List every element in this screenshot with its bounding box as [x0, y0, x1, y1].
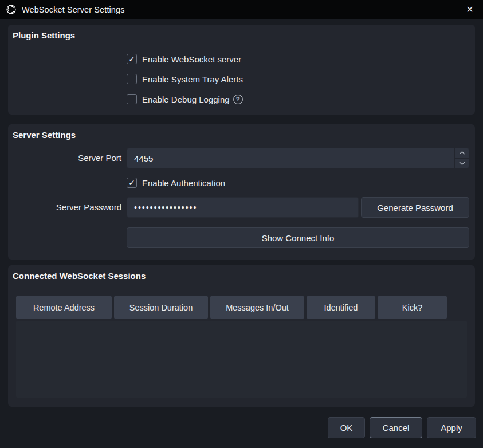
server-password-label: Server Password [8, 202, 121, 212]
enable-websocket-server-checkbox[interactable]: ✓ [127, 54, 137, 64]
enable-authentication-row: ✓ Enable Authentication [127, 176, 225, 190]
enable-system-tray-alerts-checkbox[interactable] [127, 74, 137, 84]
server-port-input[interactable] [127, 148, 469, 168]
plugin-settings-title: Plugin Settings [13, 30, 75, 40]
sessions-table-header: Remote Address Session Duration Messages… [16, 296, 447, 319]
enable-websocket-server-row: ✓ Enable WebSocket server [127, 52, 241, 66]
enable-authentication-checkbox[interactable]: ✓ [127, 178, 137, 188]
enable-debug-logging-row: Enable Debug Logging ? [127, 92, 243, 106]
connected-sessions-panel: Connected WebSocket Sessions Remote Addr… [8, 265, 475, 407]
websocket-settings-dialog: WebSocket Server Settings ✕ Plugin Setti… [0, 0, 483, 448]
chevron-down-icon[interactable] [455, 158, 469, 169]
ok-button[interactable]: OK [328, 417, 365, 438]
column-header-remote-address[interactable]: Remote Address [16, 296, 112, 319]
help-icon[interactable]: ? [233, 95, 243, 104]
port-spinner [454, 148, 469, 168]
titlebar: WebSocket Server Settings ✕ [0, 0, 483, 19]
connected-sessions-title: Connected WebSocket Sessions [13, 271, 146, 281]
enable-system-tray-alerts-label: Enable System Tray Alerts [142, 74, 243, 84]
server-settings-panel: Server Settings Server Port ✓ Enable Aut… [8, 124, 475, 260]
chevron-up-icon[interactable] [455, 148, 469, 158]
close-icon[interactable]: ✕ [460, 0, 480, 19]
apply-button[interactable]: Apply [427, 417, 476, 438]
enable-websocket-server-label: Enable WebSocket server [142, 54, 241, 64]
enable-authentication-label: Enable Authentication [142, 178, 225, 188]
column-header-session-duration[interactable]: Session Duration [114, 296, 208, 319]
plugin-settings-panel: Plugin Settings ✓ Enable WebSocket serve… [8, 25, 475, 115]
enable-system-tray-alerts-row: Enable System Tray Alerts [127, 72, 243, 86]
enable-debug-logging-checkbox[interactable] [127, 94, 137, 104]
obs-logo-icon [6, 4, 17, 15]
column-header-kick[interactable]: Kick? [378, 296, 447, 319]
column-header-identified[interactable]: Identified [307, 296, 375, 319]
server-password-input[interactable] [127, 197, 359, 218]
sessions-table-body [16, 321, 467, 398]
generate-password-button[interactable]: Generate Password [361, 197, 469, 218]
cancel-button[interactable]: Cancel [370, 417, 422, 438]
window-title: WebSocket Server Settings [22, 5, 125, 14]
server-port-label: Server Port [8, 153, 121, 163]
enable-debug-logging-label: Enable Debug Logging [142, 95, 230, 104]
server-settings-title: Server Settings [13, 130, 76, 140]
column-header-messages-in-out[interactable]: Messages In/Out [210, 296, 304, 319]
show-connect-info-button[interactable]: Show Connect Info [127, 227, 469, 248]
